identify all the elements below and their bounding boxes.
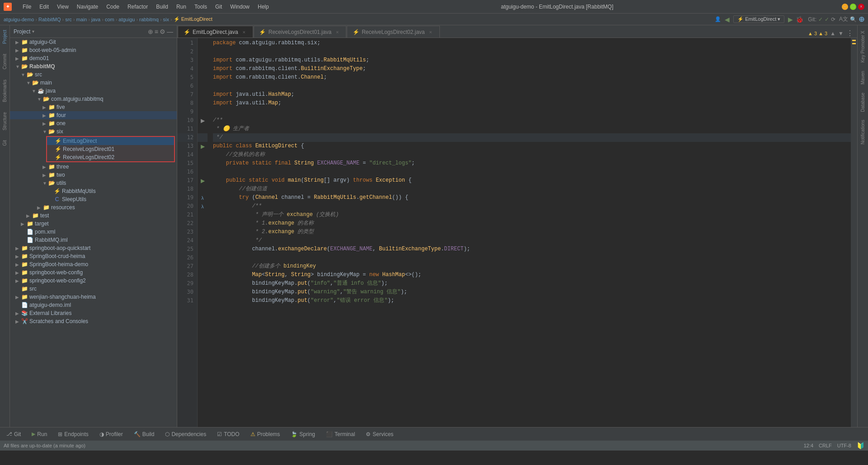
bottom-tab-build[interactable]: 🔨 Build [131,430,157,439]
tree-item-wenjian[interactable]: ▶ 📁 wenjian-shangchuan-heima [10,293,177,301]
bottom-tab-profiler[interactable]: ◑ Profiler [97,430,126,439]
maximize-button[interactable]: □ [850,4,856,10]
menu-view[interactable]: View [53,2,72,11]
git-more-icon[interactable]: ⟳ [831,16,835,23]
run-icon-17[interactable]: ▶ [201,178,205,184]
tree-item-springboot-aop[interactable]: ▶ 📁 springboot-aop-quickstart [10,244,177,252]
breadcrumb-module[interactable]: RabbitMQ [38,17,61,22]
tree-item-pom[interactable]: 📄 pom.xml [10,228,177,236]
bottom-tab-run[interactable]: ▶ Run [29,430,50,439]
bottom-tab-services[interactable]: ⚙ Services [363,430,396,439]
maven-tab[interactable]: Maven [860,67,865,88]
bookmarks-panel-tab[interactable]: Bookmarks [2,77,7,105]
tab-receivelogsdirect02[interactable]: ⚡ ReceiveLogsDirect02.java × [347,26,439,38]
sync-icon[interactable]: ⊕ [148,28,153,35]
tree-item-target[interactable]: ▶ 📁 target [10,220,177,228]
breadcrumb-atguigu[interactable]: atguigu [118,17,135,22]
notifications-tab[interactable]: Notifications [860,116,865,148]
back-icon[interactable]: ◀ [725,16,730,23]
tree-item-receivelogsdirect01[interactable]: ⚡ ReceiveLogsDirect01 [47,145,174,153]
tab-receivelogsdirect01[interactable]: ⚡ ReceiveLogsDirect01.java × [254,26,346,38]
tree-item-one[interactable]: ▶ 📁 one [10,119,177,127]
tree-item-rabbitmq[interactable]: ▼ 📂 RabbitMQ [10,62,177,70]
bottom-tab-terminal[interactable]: ⬛ Terminal [323,430,358,439]
bottom-tab-dependencies[interactable]: ⬡ Dependencies [162,430,209,439]
git-push-icon[interactable]: ✓ [825,16,829,23]
tab-emitlogdirect[interactable]: ⚡ EmitLogDirect.java × [178,26,253,38]
tree-item-main[interactable]: ▼ 📂 main [10,79,177,87]
tree-item-receivelogsdirect02[interactable]: ⚡ ReceiveLogsDirect02 [47,153,174,161]
key-promoter-tab[interactable]: Key Promoter X [860,27,865,66]
tree-item-springboot-heima[interactable]: ▶ 📁 SpringBoot-heima-demo [10,260,177,268]
menu-refactor[interactable]: Refactor [124,2,151,11]
tree-item-java[interactable]: ▼ ☕ java [10,87,177,95]
project-dropdown-icon[interactable]: ▾ [32,29,34,34]
breadcrumb-main[interactable]: main [76,17,87,22]
menu-git[interactable]: Git [212,2,226,11]
bottom-tab-git[interactable]: ⎇ Git [4,430,24,439]
tree-item-iml[interactable]: 📄 RabbitMQ.iml [10,236,177,244]
translate-icon[interactable]: A文 [839,15,848,23]
tab-close-emit[interactable]: × [241,29,247,35]
fold-icon-10[interactable]: ▶ [201,117,205,124]
tree-item-atguigu-git[interactable]: ▶ 📁 atguigu-Git [10,38,177,46]
commit-panel-tab[interactable]: Commit [2,51,7,72]
menu-tools[interactable]: Tools [191,2,211,11]
tree-item-five[interactable]: ▶ 📁 five [10,103,177,111]
tree-item-demo01[interactable]: ▶ 📁 demo01 [10,54,177,62]
tree-item-sleeputils[interactable]: C SleepUtils [10,195,177,203]
menu-help[interactable]: Help [254,2,273,11]
menu-run[interactable]: Run [173,2,190,11]
menu-file[interactable]: File [19,2,35,11]
menu-navigate[interactable]: Navigate [73,2,102,11]
tree-item-external-libraries[interactable]: ▶ 📚 External Libraries [10,309,177,317]
run-button-icon[interactable]: ▶ [788,16,793,23]
bottom-tab-endpoints[interactable]: ⊞ Endpoints [55,430,91,439]
breadcrumb-six[interactable]: six [163,17,169,22]
tree-item-boot-web[interactable]: ▶ 📁 boot-web-05-admin [10,46,177,54]
debug-button-icon[interactable]: 🐞 [796,16,803,23]
collapse-editor-icon[interactable]: ▼ [838,30,844,37]
run-config-dropdown[interactable]: ⚡ EmitLogDirect ▾ [733,15,784,23]
encoding[interactable]: UTF-8 [837,443,851,448]
tree-item-test[interactable]: ▶ 📁 test [10,211,177,220]
code-editor[interactable]: package com.atguigu.rabbitmq.six; import… [208,38,851,427]
editor-scrollbar[interactable] [851,38,857,427]
bottom-tab-todo[interactable]: ☑ TODO [214,430,242,439]
close-button[interactable]: × [858,4,864,10]
bottom-tab-spring[interactable]: 🍃 Spring [288,430,318,439]
line-ending[interactable]: CRLF [819,443,832,448]
menu-build[interactable]: Build [152,2,172,11]
menu-window[interactable]: Window [226,2,253,11]
tree-item-atguigu-iml[interactable]: 📄 atguigu-demo.iml [10,301,177,309]
tab-close-receive01[interactable]: × [334,29,340,35]
tree-item-utils[interactable]: ▼ 📂 utils [10,179,177,187]
breadcrumb-rabbitmq[interactable]: rabbitmq [139,17,159,22]
toolbar-more[interactable]: Git: [808,16,816,23]
breadcrumb-java[interactable]: java [91,17,100,22]
tree-item-src2[interactable]: 📁 src [10,285,177,293]
tree-item-springboot-web2[interactable]: ▶ 📁 springboot-web-config2 [10,277,177,285]
tree-item-springboot-crud[interactable]: ▶ 📁 SpringBoot-crud-heima [10,252,177,260]
expand-icon[interactable]: ▲ [830,30,835,37]
run-icon-13[interactable]: ▶ [201,143,205,150]
menu-code[interactable]: Code [103,2,123,11]
collapse-icon[interactable]: ≡ [155,28,158,35]
tree-item-six[interactable]: ▼ 📂 six [10,127,177,136]
bottom-tab-problems[interactable]: ⚠ Problems [248,430,283,439]
more-options-icon[interactable]: ⋮ [846,29,854,38]
settings-avatar[interactable]: ⊕ [859,15,864,23]
tree-item-three[interactable]: ▶ 📁 three [10,163,177,171]
tree-item-com-package[interactable]: ▼ 📂 com.atguigu.rabbitmq [10,95,177,103]
git-left-tab[interactable]: Git [2,137,7,149]
hide-icon[interactable]: — [167,28,173,35]
database-tab[interactable]: Database [860,89,865,116]
tree-item-springboot-web[interactable]: ▶ 📁 springboot-web-config [10,268,177,277]
structure-panel-tab[interactable]: Structure [2,109,7,133]
search-everywhere-icon[interactable]: 🔍 [850,16,857,23]
settings-icon[interactable]: ⚙ [160,28,165,35]
menu-edit[interactable]: Edit [36,2,52,11]
tree-item-scratches[interactable]: ▶ ✂️ Scratches and Consoles [10,317,177,325]
tree-item-resources[interactable]: ▶ 📁 resources [10,203,177,211]
tree-item-rabbitmqutils[interactable]: ⚡ RabbitMqUtils [10,187,177,195]
